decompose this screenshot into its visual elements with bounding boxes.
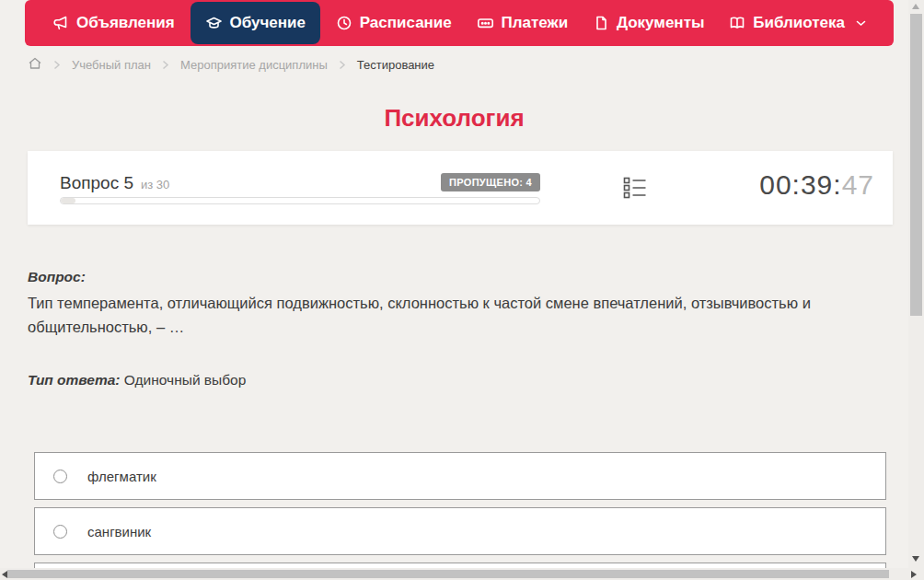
page-title: Психология: [0, 104, 908, 133]
answer-option-phlegmatic[interactable]: флегматик: [34, 452, 886, 500]
question-number: Вопрос 5 из 30: [60, 173, 169, 193]
exam-timer: 00:39:47: [759, 169, 874, 201]
scroll-up-arrow-icon[interactable]: [912, 4, 919, 9]
nav-item-payments[interactable]: Платежи: [468, 2, 578, 44]
chevron-right-icon: [162, 60, 169, 70]
radio-icon[interactable]: [53, 470, 67, 483]
nav-item-label: Платежи: [502, 14, 569, 32]
answer-option-label: флегматик: [87, 469, 156, 484]
banknote-icon: [477, 15, 494, 31]
chevron-right-icon: [53, 60, 61, 70]
chevron-right-icon: [339, 60, 346, 70]
skipped-badge: ПРОПУЩЕНО: 4: [441, 173, 540, 191]
lms-testing-screen: Объявления Обучение Расписание: [0, 0, 924, 580]
answer-type-value: Одиночный выбор: [124, 372, 247, 388]
chevron-down-icon: [856, 20, 866, 27]
nav-item-label: Объявления: [76, 14, 175, 32]
question-total-label: из 30: [141, 178, 169, 191]
radio-icon[interactable]: [53, 525, 67, 539]
document-icon: [593, 15, 609, 31]
question-list-icon[interactable]: [622, 176, 648, 202]
home-icon[interactable]: [28, 56, 42, 74]
vertical-scrollbar-thumb[interactable]: [910, 14, 922, 316]
scroll-down-arrow-icon[interactable]: [912, 556, 919, 562]
question-progress-card: Вопрос 5 из 30 ПРОПУЩЕНО: 4 00:39:47: [28, 151, 893, 225]
nav-item-announcements[interactable]: Объявления: [43, 2, 184, 44]
timer-hhmm: 00:39:: [759, 169, 841, 200]
main-navbar: Объявления Обучение Расписание: [25, 0, 894, 46]
nav-item-schedule[interactable]: Расписание: [327, 2, 461, 44]
horizontal-scrollbar-thumb[interactable]: [7, 570, 889, 578]
breadcrumb-curriculum[interactable]: Учебный план: [72, 58, 151, 72]
clock-icon: [336, 15, 352, 31]
answer-type-label: Тип ответа:: [28, 372, 121, 388]
megaphone-icon: [52, 15, 69, 31]
progress-bar: [60, 197, 540, 204]
progress-bar-fill: [61, 198, 75, 203]
nav-item-label: Обучение: [230, 14, 306, 32]
nav-item-label: Библиотека: [753, 14, 845, 32]
question-heading: Вопрос:: [28, 269, 86, 285]
nav-item-library[interactable]: Библиотека: [720, 2, 875, 44]
nav-item-label: Расписание: [360, 14, 452, 32]
breadcrumb-testing: Тестирование: [357, 58, 434, 72]
timer-seconds: 47: [842, 169, 874, 200]
breadcrumb: Учебный план Мероприятие дисциплины Тест…: [28, 56, 434, 74]
question-text: Тип темперамента, отличающийся подвижнос…: [28, 291, 871, 339]
answer-option-label: сангвиник: [87, 524, 151, 539]
breadcrumb-discipline-event[interactable]: Мероприятие дисциплины: [180, 58, 328, 72]
answer-type-row: Тип ответа: Одиночный выбор: [28, 372, 246, 389]
nav-item-label: Документы: [617, 14, 705, 32]
answer-option-sanguine[interactable]: сангвиник: [34, 507, 886, 555]
book-icon: [729, 15, 745, 31]
nav-item-learning[interactable]: Обучение: [191, 2, 320, 44]
question-number-label: Вопрос 5: [60, 173, 133, 193]
vertical-scrollbar[interactable]: [908, 0, 924, 568]
nav-item-documents[interactable]: Документы: [583, 2, 714, 44]
horizontal-scrollbar[interactable]: [0, 568, 924, 580]
graduation-cap-icon: [205, 15, 223, 31]
scroll-right-arrow-icon[interactable]: [911, 571, 917, 578]
